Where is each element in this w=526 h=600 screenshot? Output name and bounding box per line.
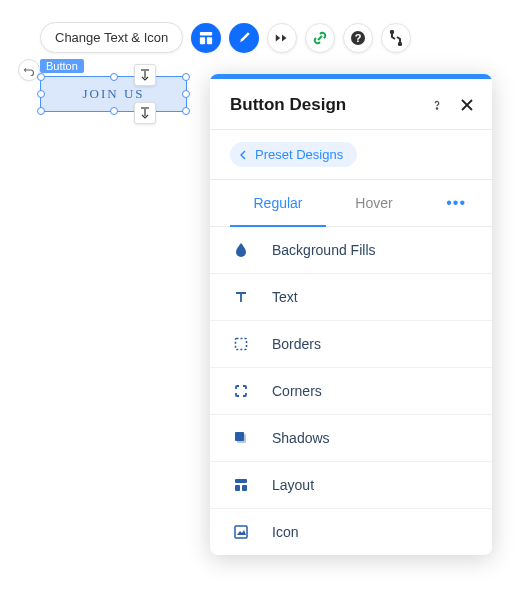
borders-icon xyxy=(232,335,250,353)
preset-row: Preset Designs xyxy=(210,130,492,179)
resize-handle[interactable] xyxy=(182,107,190,115)
layout-option-icon xyxy=(232,476,250,494)
option-corners[interactable]: Corners xyxy=(210,368,492,415)
tab-hover[interactable]: Hover xyxy=(326,181,422,225)
shadows-icon xyxy=(232,429,250,447)
tab-regular[interactable]: Regular xyxy=(230,181,326,227)
option-text[interactable]: Text xyxy=(210,274,492,321)
help-icon[interactable]: ? xyxy=(343,23,373,53)
spacing-handle-top[interactable] xyxy=(134,64,156,86)
change-text-icon-button[interactable]: Change Text & Icon xyxy=(40,22,183,53)
resize-handle[interactable] xyxy=(110,73,118,81)
svg-rect-2 xyxy=(207,37,212,44)
link-icon[interactable] xyxy=(305,23,335,53)
svg-point-6 xyxy=(399,42,401,44)
resize-handle[interactable] xyxy=(37,90,45,98)
panel-title: Button Design xyxy=(230,95,346,115)
spacing-handle-bottom[interactable] xyxy=(134,102,156,124)
svg-text:?: ? xyxy=(355,32,362,44)
transition-icon[interactable] xyxy=(381,23,411,53)
panel-header: Button Design xyxy=(210,79,492,129)
resize-handle[interactable] xyxy=(37,73,45,81)
svg-rect-11 xyxy=(235,479,247,483)
option-label: Shadows xyxy=(272,430,330,446)
panel-help-icon[interactable] xyxy=(430,98,444,112)
option-label: Icon xyxy=(272,524,298,540)
option-icon[interactable]: Icon xyxy=(210,509,492,555)
option-label: Corners xyxy=(272,383,322,399)
option-layout[interactable]: Layout xyxy=(210,462,492,509)
chevron-left-icon xyxy=(240,150,247,160)
corners-icon xyxy=(232,382,250,400)
resize-handle[interactable] xyxy=(182,90,190,98)
design-icon[interactable] xyxy=(229,23,259,53)
svg-point-7 xyxy=(436,108,437,109)
resize-handle[interactable] xyxy=(182,73,190,81)
preset-label: Preset Designs xyxy=(255,147,343,162)
drop-icon xyxy=(232,241,250,259)
element-type-tag: Button xyxy=(40,59,84,73)
option-shadows[interactable]: Shadows xyxy=(210,415,492,462)
svg-rect-13 xyxy=(242,485,247,491)
animation-icon[interactable] xyxy=(267,23,297,53)
resize-handle[interactable] xyxy=(110,107,118,115)
state-tabs: Regular Hover ••• xyxy=(210,180,492,227)
resize-handle[interactable] xyxy=(37,107,45,115)
svg-rect-10 xyxy=(235,432,244,441)
option-borders[interactable]: Borders xyxy=(210,321,492,368)
option-label: Layout xyxy=(272,477,314,493)
option-label: Background Fills xyxy=(272,242,376,258)
icon-option-icon xyxy=(232,523,250,541)
element-toolbar: Change Text & Icon ? xyxy=(40,22,411,53)
svg-point-5 xyxy=(391,30,393,32)
button-text: JOIN US xyxy=(82,86,144,102)
option-label: Text xyxy=(272,289,298,305)
option-label: Borders xyxy=(272,336,321,352)
svg-rect-8 xyxy=(236,339,247,350)
tab-more-icon[interactable]: ••• xyxy=(440,180,472,226)
text-icon xyxy=(232,288,250,306)
option-background-fills[interactable]: Background Fills xyxy=(210,227,492,274)
design-panel: Button Design Preset Designs Regular Hov… xyxy=(210,74,492,555)
preset-designs-button[interactable]: Preset Designs xyxy=(230,142,357,167)
options-list: Background Fills Text Borders Corners Sh… xyxy=(210,227,492,555)
selected-button-element[interactable]: JOIN US xyxy=(40,76,187,112)
close-icon[interactable] xyxy=(460,98,474,112)
svg-rect-1 xyxy=(200,37,205,44)
svg-rect-12 xyxy=(235,485,240,491)
svg-rect-0 xyxy=(200,31,212,35)
layout-icon[interactable] xyxy=(191,23,221,53)
